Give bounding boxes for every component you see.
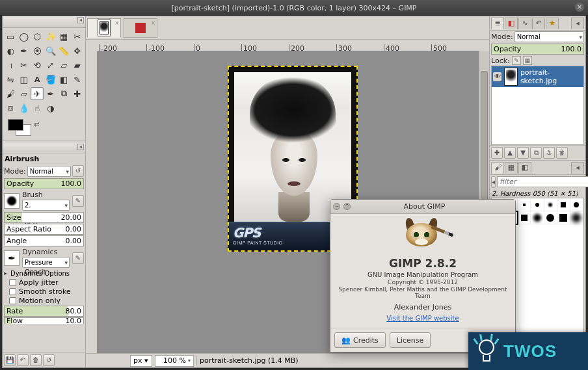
delete-preset-button[interactable]: 🗑 [30, 354, 42, 366]
tool-flip[interactable]: ⇋ [4, 73, 17, 86]
layer-mode-combo[interactable]: Normal [514, 31, 584, 42]
tool-rotate[interactable]: ⟲ [31, 59, 44, 72]
brushes-menu-button[interactable]: ◂ [571, 162, 584, 174]
brush-tag-button[interactable]: ◂ [491, 176, 496, 188]
paths-tab[interactable]: ∿ [518, 18, 531, 29]
layers-list[interactable]: 👁 portrait-sketch.jpg [491, 66, 584, 145]
layer-opacity-slider[interactable]: Opacity 100.0 [491, 44, 584, 55]
tool-options-menu-button[interactable]: ◂ [77, 144, 84, 150]
history-tab[interactable]: ★ [546, 18, 559, 29]
tool-ellipse-select[interactable]: ◯ [18, 30, 31, 43]
tool-rect-select[interactable]: ▭ [4, 30, 17, 43]
lock-pixels-toggle[interactable]: ✎ [512, 56, 521, 65]
restore-preset-button[interactable]: ↶ [17, 354, 29, 366]
tool-free-select[interactable]: ⬡ [31, 30, 44, 43]
swap-colors-icon[interactable]: ⇄ [34, 120, 39, 127]
tool-scissors[interactable]: ✂ [71, 30, 84, 43]
tool-heal[interactable]: ✚ [71, 87, 84, 100]
tool-cage[interactable]: ◫ [18, 73, 31, 86]
mode-combo[interactable]: Normal [27, 166, 71, 177]
channels-tab[interactable]: ◧ [505, 18, 518, 29]
tool-blur[interactable]: 💧 [18, 101, 31, 114]
about-titlebar[interactable]: – ^ About GIMP [330, 200, 515, 214]
duplicate-layer-button[interactable]: ⧉ [530, 147, 542, 159]
size-slider[interactable]: Size 20.00 [4, 212, 84, 223]
rate-slider[interactable]: Rate 80.0 [4, 306, 84, 317]
layers-tab[interactable]: ≣ [491, 18, 504, 29]
tool-shear[interactable]: ▱ [57, 59, 70, 72]
layer-visibility-icon[interactable]: 👁 [493, 72, 501, 81]
tool-crop[interactable]: ✂ [18, 59, 31, 72]
status-unit[interactable]: px ▾ [130, 355, 152, 367]
tool-bucket-fill[interactable]: 🪣 [44, 73, 57, 86]
dynamics-options-expander[interactable]: Dynamics Options [4, 269, 84, 278]
tool-paths[interactable]: ✒ [18, 44, 31, 57]
tool-align[interactable]: ⫞ [4, 59, 17, 72]
tool-color-picker[interactable]: ⦿ [31, 44, 44, 57]
brush-filter-input[interactable] [497, 176, 588, 187]
credits-button[interactable]: 👥Credits [334, 332, 386, 348]
flow-slider[interactable]: Flow 10.0 [4, 317, 84, 324]
tool-zoom[interactable]: 🔍 [44, 44, 57, 57]
window-close-button[interactable]: × [575, 3, 584, 12]
patterns-tab[interactable]: ▦ [505, 162, 518, 174]
brush-combo[interactable]: 2. Hardness 050 [22, 200, 70, 211]
tool-paintbrush[interactable]: 🖌 [4, 87, 17, 100]
angle-slider[interactable]: Angle 0.00 [4, 235, 84, 246]
tool-fuzzy-select[interactable]: ✨ [44, 30, 57, 43]
tab-red-square[interactable]: × [124, 18, 157, 38]
tool-measure[interactable]: 📏 [57, 44, 70, 57]
tab-close-icon[interactable]: × [151, 20, 155, 26]
tool-ink[interactable]: ✒ [44, 87, 57, 100]
undo-tab[interactable]: ↶ [532, 18, 545, 29]
anchor-layer-button[interactable]: ⚓ [543, 147, 555, 159]
license-button[interactable]: License [390, 332, 431, 348]
tool-dodge[interactable]: ◑ [44, 101, 57, 114]
about-maximize-button[interactable]: ^ [343, 203, 351, 210]
layers-menu-button[interactable]: ◂ [571, 18, 584, 29]
motion-only-check[interactable]: Motion only [9, 297, 84, 305]
gradients-tab[interactable]: ◧ [518, 162, 531, 174]
about-tagline: GNU Image Manipulation Program [336, 271, 510, 278]
tool-foreground-select[interactable]: ◐ [4, 44, 17, 57]
aspect-slider[interactable]: Aspect Ratio 0.00 [4, 224, 84, 235]
lock-alpha-toggle[interactable]: ▦ [523, 56, 532, 65]
dynamics-preview[interactable]: ✒ [4, 250, 20, 266]
new-layer-button[interactable]: ✚ [491, 147, 503, 159]
tool-blend[interactable]: ◧ [57, 73, 70, 86]
tool-scale[interactable]: ⤢ [44, 59, 57, 72]
tab-close-icon[interactable]: × [114, 20, 119, 26]
tool-pencil[interactable]: ✎ [71, 73, 84, 86]
tool-perspective[interactable]: ▰ [71, 59, 84, 72]
tool-move[interactable]: ✥ [71, 44, 84, 57]
tool-smudge[interactable]: ☝ [31, 101, 44, 114]
tab-portrait-sketch[interactable]: × [87, 18, 121, 38]
smooth-stroke-check[interactable]: Smooth stroke [9, 287, 84, 296]
status-zoom[interactable]: 100 % [155, 355, 194, 367]
brushes-tab[interactable]: 🖌 [491, 162, 504, 174]
raise-layer-button[interactable]: ▲ [504, 147, 516, 159]
tool-by-color-select[interactable]: ▦ [57, 30, 70, 43]
reset-preset-button[interactable]: ↺ [43, 354, 55, 366]
brush-preview[interactable] [4, 193, 20, 209]
lower-layer-button[interactable]: ▼ [517, 147, 529, 159]
tool-text[interactable]: A [31, 73, 44, 86]
about-minimize-button[interactable]: – [333, 203, 340, 210]
apply-jitter-check[interactable]: Apply jitter [9, 278, 84, 287]
about-website-link[interactable]: Visit the GIMP website [386, 315, 459, 322]
tool-eraser[interactable]: ▱ [18, 87, 31, 100]
delete-layer-button[interactable]: 🗑 [556, 147, 568, 159]
tool-perspective-clone[interactable]: ⧈ [4, 101, 17, 114]
tool-airbrush[interactable]: ✈ [31, 87, 44, 100]
dynamics-combo[interactable]: Pressure Opacit [22, 257, 70, 268]
mode-reset-button[interactable]: ↺ [72, 165, 84, 177]
brush-edit-button[interactable]: ✎ [72, 195, 84, 207]
save-preset-button[interactable]: 💾 [4, 354, 16, 366]
fg-bg-colors[interactable]: ⇄ [8, 119, 85, 139]
dynamics-edit-button[interactable]: ✎ [72, 252, 84, 264]
opacity-slider[interactable]: Opacity 100.0 [4, 178, 84, 189]
layer-row[interactable]: 👁 portrait-sketch.jpg [492, 66, 583, 87]
tool-clone[interactable]: ⧉ [57, 87, 70, 100]
toolbox-menu-button[interactable]: ◂ [77, 17, 84, 23]
fg-color-swatch[interactable] [8, 119, 23, 131]
